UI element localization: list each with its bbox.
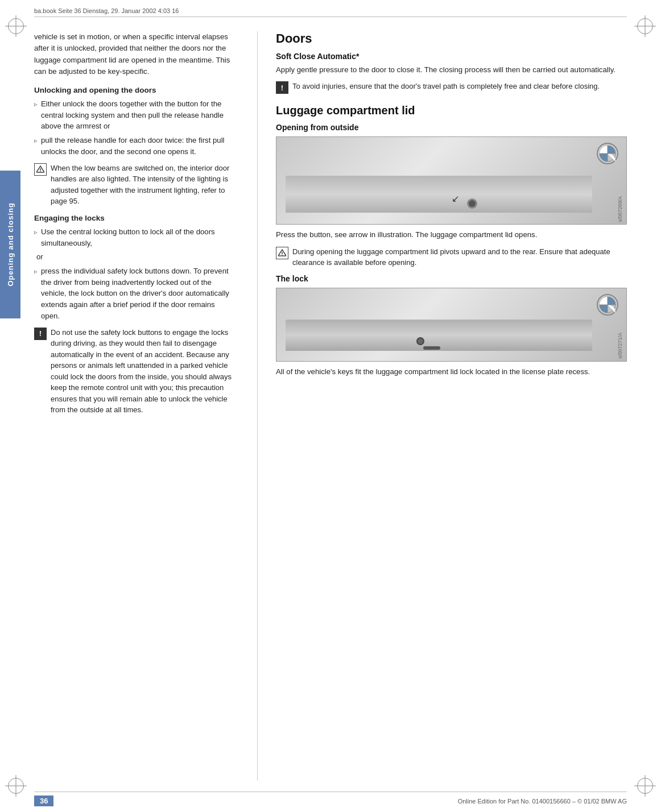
note-icon-1 (34, 163, 47, 176)
svg-point-9 (282, 255, 283, 256)
lock-heading: The lock (276, 274, 627, 283)
left-column: vehicle is set in motion, or when a spec… (34, 31, 239, 781)
bullet-arrow-3: ▹ (34, 227, 38, 249)
svg-point-2 (40, 171, 41, 172)
bmw-logo-2 (597, 294, 618, 317)
note-box-1: When the low beams are switched on, the … (34, 163, 233, 207)
note-icon-2 (276, 247, 288, 259)
handle-indicator (423, 346, 440, 350)
opening-note-box: During opening the luggage compartment l… (276, 246, 627, 268)
note-text-1: When the low beams are switched on, the … (51, 163, 233, 207)
keyhole-indicator (416, 337, 424, 345)
bullet-unlock-2-text: pull the release handle for each door tw… (41, 135, 233, 158)
warning-symbol: ! (39, 328, 42, 339)
opening-outside-heading: Opening from outside (276, 123, 627, 132)
warning-text: Do not use the safety lock buttons to en… (51, 327, 233, 416)
bmw-logo-1 (597, 143, 618, 166)
section-locks-heading: Engaging the locks (34, 214, 233, 222)
note-icon-svg-2 (278, 249, 286, 257)
side-tab-label: Opening and closing (6, 202, 15, 287)
soft-close-text: Apply gentle pressure to the door to clo… (276, 64, 627, 76)
header-text: ba.book Seite 36 Dienstag, 29. Januar 20… (34, 7, 179, 14)
bullet-locks-3: ▹ press the individual safety lock butto… (34, 266, 233, 322)
doors-heading: Doors (276, 31, 627, 46)
bmw-logo-svg-2 (597, 294, 618, 316)
warning-box: ! Do not use the safety lock buttons to … (34, 327, 233, 416)
reg-mark-br (637, 778, 653, 794)
lock-text: All of the vehicle's keys fit the luggag… (276, 366, 627, 378)
bullet-unlock-2: ▹ pull the release handle for each door … (34, 135, 233, 158)
bullet-locks-1: ▹ Use the central locking button to lock… (34, 226, 233, 249)
or-text: or (36, 251, 233, 263)
page-bottom: 36 Online Edition for Part No. 014001566… (34, 792, 627, 806)
right-column: Doors Soft Close Automatic* Apply gentle… (276, 31, 627, 781)
reg-mark-tr (637, 18, 653, 34)
reg-mark-tl (8, 18, 24, 34)
note-icon-svg (36, 165, 44, 173)
intro-paragraph: vehicle is set in motion, or when a spec… (34, 31, 233, 78)
soft-close-note-text: To avoid injuries, ensure that the door'… (292, 81, 600, 94)
opening-note-text: During opening the luggage compartment l… (292, 246, 627, 268)
luggage-image-2: s/007271/A (276, 288, 627, 362)
reg-mark-bl (8, 778, 24, 794)
bmw-logo-svg-1 (597, 143, 618, 164)
top-header: ba.book Seite 36 Dienstag, 29. Januar 20… (34, 5, 627, 17)
luggage-heading: Luggage compartment lid (276, 104, 627, 117)
image1-code: s/007269/A (617, 196, 623, 222)
opening-text: Press the button, see arrow in illustrat… (276, 229, 627, 241)
warning-symbol-2: ! (281, 82, 283, 94)
column-divider (257, 31, 258, 781)
warning-icon: ! (34, 328, 47, 340)
soft-close-note-box: ! To avoid injuries, ensure that the doo… (276, 81, 627, 94)
bullet-arrow-1: ▹ (34, 100, 38, 132)
luggage-image-1: ↙ s/007269/A (276, 136, 627, 225)
page-number: 36 (34, 796, 53, 806)
bullet-unlock-1-text: Either unlock the doors together with th… (41, 98, 233, 132)
bullet-unlock-1: ▹ Either unlock the doors together with … (34, 98, 233, 132)
section-unlocking-heading: Unlocking and opening the doors (34, 86, 233, 94)
copyright-text: Online Edition for Part No. 01400156660 … (458, 798, 627, 805)
car-body-1 (286, 176, 592, 213)
bullet-locks-1-text: Use the central locking button to lock a… (41, 226, 233, 249)
warning-icon-2: ! (276, 81, 288, 94)
content-area: vehicle is set in motion, or when a spec… (34, 31, 627, 781)
soft-close-heading: Soft Close Automatic* (276, 52, 627, 61)
image2-code: s/007271/A (617, 333, 623, 359)
bullet-arrow-4: ▹ (34, 267, 38, 322)
arrow-indicator: ↙ (452, 193, 459, 204)
side-tab: Opening and closing (0, 171, 20, 318)
bullet-locks-3-text: press the individual safety lock buttons… (41, 266, 233, 322)
bullet-arrow-2: ▹ (34, 136, 38, 158)
